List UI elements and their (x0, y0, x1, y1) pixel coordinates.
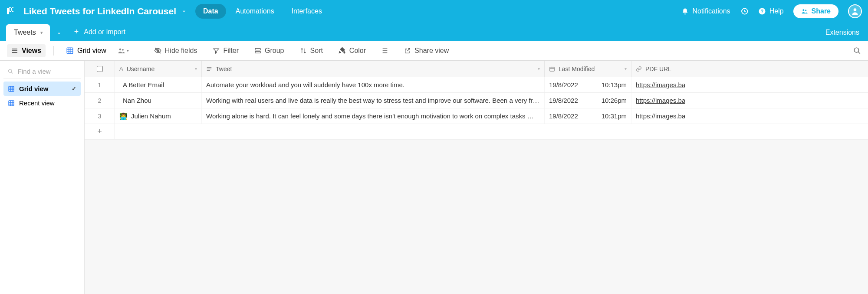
cell-tweet[interactable]: Automate your workload and you will sudd… (202, 77, 545, 92)
svg-rect-10 (255, 48, 260, 50)
group-button[interactable]: Group (248, 44, 290, 57)
chevron-down-icon[interactable]: ▾ (625, 66, 627, 71)
help-label: Help (769, 7, 784, 15)
username-value: Nan Zhou (123, 97, 151, 104)
add-or-import-button[interactable]: + Add or import (68, 23, 132, 41)
views-label: Views (22, 47, 41, 55)
filter-button[interactable]: Filter (207, 44, 245, 57)
grid-icon (8, 100, 15, 107)
column-header-pdf-url[interactable]: PDF URL (631, 61, 718, 77)
extensions-button[interactable]: Extensions (823, 24, 862, 41)
add-row-button[interactable]: + (85, 124, 115, 139)
collaborator-dropdown[interactable]: ▾ (114, 47, 132, 55)
chevron-down-icon[interactable] (181, 8, 187, 15)
table-tab-label: Tweets (14, 29, 36, 36)
table-list-dropdown[interactable] (50, 26, 68, 41)
workspace: Grid view ✓ Recent view A Username ▾ Twe… (0, 61, 868, 294)
calendar-icon (549, 66, 555, 72)
svg-point-8 (122, 49, 124, 50)
row-height-button[interactable] (375, 45, 395, 57)
people-icon (118, 47, 125, 55)
date-value: 19/8/2022 (549, 81, 578, 88)
chevron-down-icon: ▾ (127, 48, 129, 53)
filter-icon (213, 47, 220, 54)
views-toggle[interactable]: Views (7, 44, 46, 57)
history-icon[interactable] (740, 7, 749, 16)
nav-tab-automations[interactable]: Automations (228, 4, 282, 19)
chevron-down-icon[interactable]: ▾ (195, 66, 197, 71)
people-icon (801, 8, 808, 15)
table-row[interactable]: 2 Nan Zhou Working with real users and l… (85, 93, 868, 108)
svg-rect-11 (255, 51, 260, 53)
share-view-label: Share view (414, 47, 449, 55)
svg-point-12 (854, 48, 859, 52)
help-icon: ? (758, 7, 766, 15)
select-all-checkbox[interactable] (97, 66, 103, 72)
pdfurl-value: https://images.ba (636, 81, 685, 88)
column-label: Username (127, 65, 155, 72)
app-logo-icon[interactable] (6, 6, 23, 16)
eye-off-icon (154, 47, 161, 54)
column-label: Tweet (216, 65, 232, 72)
table-row[interactable]: 3 👨‍💻 Julien Nahum Working alone is hard… (85, 108, 868, 124)
chevron-down-icon (56, 30, 62, 36)
color-label: Color (349, 47, 366, 55)
sort-button[interactable]: Sort (294, 44, 329, 57)
row-number[interactable]: 3 (85, 108, 115, 124)
find-view-input[interactable] (18, 68, 76, 75)
cell-tweet[interactable]: Working alone is hard. It can feel lonel… (202, 108, 545, 124)
group-icon (254, 47, 261, 54)
tweet-value: Working with real users and live data is… (206, 97, 540, 104)
find-view-search[interactable] (3, 64, 81, 79)
column-header-last-modified[interactable]: Last Modified ▾ (545, 61, 631, 77)
svg-point-3 (802, 9, 804, 11)
cell-last-modified[interactable]: 19/8/2022 10:31pm (545, 108, 631, 124)
cell-pdf-url[interactable]: https://images.ba (631, 77, 718, 92)
cell-username[interactable]: Nan Zhou (115, 93, 202, 108)
current-view-button[interactable]: Grid view (62, 44, 111, 57)
table-tab-tweets[interactable]: Tweets ▾ (6, 24, 50, 41)
user-avatar[interactable] (848, 4, 862, 18)
cell-username[interactable]: A Better Email (115, 77, 202, 92)
hide-fields-label: Hide fields (165, 47, 197, 55)
cell-tweet[interactable]: Working with real users and live data is… (202, 93, 545, 108)
cell-last-modified[interactable]: 19/8/2022 10:13pm (545, 77, 631, 92)
svg-point-13 (9, 69, 12, 72)
divider (53, 46, 54, 56)
column-header-username[interactable]: A Username ▾ (115, 61, 202, 77)
view-toolbar: Views Grid view ▾ Hide fields Filter Gro… (0, 41, 868, 61)
cell-last-modified[interactable]: 19/8/2022 10:26pm (545, 93, 631, 108)
add-import-label: Add or import (84, 28, 125, 36)
base-title[interactable]: Liked Tweets for LinkedIn Carousel (23, 6, 176, 16)
notifications-button[interactable]: Notifications (681, 7, 730, 15)
table-row[interactable]: 1 A Better Email Automate your workload … (85, 77, 868, 93)
row-number[interactable]: 2 (85, 93, 115, 108)
nav-tab-interfaces[interactable]: Interfaces (284, 4, 330, 19)
add-row[interactable]: + (85, 124, 868, 140)
share-button[interactable]: Share (793, 4, 838, 18)
svg-point-7 (119, 48, 122, 50)
topbar: Liked Tweets for LinkedIn Carousel Data … (0, 0, 868, 23)
svg-rect-6 (67, 48, 73, 54)
nav-tab-data[interactable]: Data (195, 4, 226, 19)
hide-fields-button[interactable]: Hide fields (148, 44, 204, 57)
chevron-down-icon[interactable]: ▾ (538, 66, 540, 71)
color-button[interactable]: Color (332, 44, 372, 57)
sidebar-view-grid[interactable]: Grid view ✓ (3, 82, 81, 96)
time-value: 10:13pm (602, 81, 627, 88)
cell-pdf-url[interactable]: https://images.ba (631, 108, 718, 124)
grid-icon (8, 85, 15, 92)
bell-icon (681, 8, 689, 15)
sidebar-view-recent[interactable]: Recent view (3, 96, 81, 110)
column-header-tweet[interactable]: Tweet ▾ (202, 61, 545, 77)
search-button[interactable] (853, 47, 861, 55)
select-all-cell[interactable] (85, 61, 115, 77)
help-button[interactable]: ? Help (758, 7, 784, 15)
row-number[interactable]: 1 (85, 77, 115, 92)
topbar-right: Notifications ? Help Share (681, 4, 862, 18)
share-view-button[interactable]: Share view (398, 44, 455, 57)
cell-pdf-url[interactable]: https://images.ba (631, 93, 718, 108)
cell-username[interactable]: 👨‍💻 Julien Nahum (115, 108, 202, 124)
search-icon (8, 68, 13, 75)
workspace-nav: Data Automations Interfaces (195, 4, 330, 19)
